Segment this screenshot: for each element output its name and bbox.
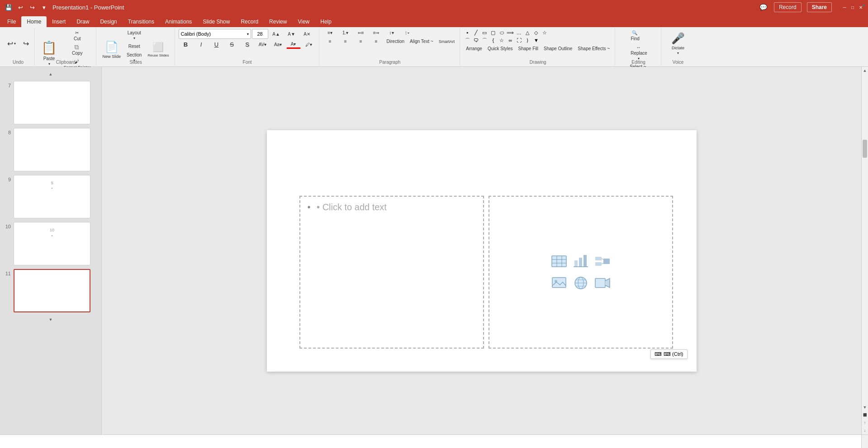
italic-button[interactable]: I: [194, 40, 209, 49]
maximize-button[interactable]: □: [849, 4, 856, 11]
panel-scroll-up[interactable]: ▲: [47, 71, 54, 77]
char-spacing-button[interactable]: AV▾: [256, 41, 270, 48]
content-placeholder[interactable]: [489, 196, 673, 349]
notes-content[interactable]: Click to add notes: [0, 435, 861, 448]
tab-slideshow[interactable]: Slide Show: [197, 16, 235, 27]
tab-draw[interactable]: Draw: [71, 16, 95, 27]
insert-online-icon[interactable]: [571, 274, 590, 292]
shape-11[interactable]: ⌒: [464, 37, 471, 44]
ribbon-expand-button[interactable]: ▲: [861, 2, 866, 7]
slide-thumb-10[interactable]: 10 *: [14, 222, 90, 265]
reset-button[interactable]: Reset: [124, 42, 144, 50]
align-right-button[interactable]: ≡: [354, 38, 368, 45]
dictate-button[interactable]: 🎤 Dictate ▾: [669, 30, 688, 57]
insert-video-icon[interactable]: [593, 274, 612, 292]
undo-button[interactable]: ↩ ▾: [5, 38, 19, 50]
slide-item-8[interactable]: 8: [3, 127, 99, 172]
shape-15[interactable]: ☆: [498, 37, 505, 44]
align-text-button[interactable]: Align Text ~: [408, 38, 436, 45]
replace-button[interactable]: ↔ Replace ▾: [627, 43, 650, 62]
cut-button[interactable]: ✂ Cut: [61, 29, 93, 42]
minimize-button[interactable]: ─: [841, 4, 848, 11]
justify-button[interactable]: ≡: [369, 38, 384, 45]
shape-text[interactable]: ▪: [464, 29, 471, 36]
change-case-button[interactable]: Aa▾: [271, 41, 285, 48]
increase-indent-button[interactable]: ≡⇒: [369, 29, 384, 37]
tab-home[interactable]: Home: [21, 16, 47, 27]
scroll-page-up[interactable]: ⬛: [862, 411, 868, 418]
shape-10[interactable]: ☆: [541, 29, 548, 36]
shape-17[interactable]: ⛶: [515, 37, 522, 44]
text-direction-button[interactable]: Direction: [384, 38, 407, 45]
slide-thumb-7[interactable]: [14, 81, 90, 124]
scroll-down-arrow[interactable]: ▼: [862, 404, 868, 410]
arrange-button[interactable]: Arrange: [464, 45, 484, 52]
scroll-thumb[interactable]: [863, 140, 867, 158]
shape-8[interactable]: △: [524, 29, 531, 36]
highlight-button[interactable]: 🖊▾: [302, 41, 316, 48]
tab-file[interactable]: File: [2, 16, 21, 27]
underline-button[interactable]: U: [209, 40, 224, 49]
strikethrough-button[interactable]: S: [225, 40, 239, 49]
slide-thumb-11[interactable]: [14, 269, 90, 312]
shape-outline-button[interactable]: Shape Outline: [541, 45, 574, 52]
columns-button[interactable]: ⫶▾: [400, 29, 414, 37]
shape-oval[interactable]: ⬭: [498, 29, 505, 36]
font-size-box[interactable]: 28: [252, 29, 268, 39]
insert-smartart-icon[interactable]: [593, 252, 612, 271]
tab-view[interactable]: View: [292, 16, 315, 27]
shape-16[interactable]: ∞: [507, 37, 514, 44]
scroll-next-slide[interactable]: ↓: [862, 427, 868, 434]
bullets-button[interactable]: ≡▾: [323, 29, 337, 37]
tab-review[interactable]: Review: [264, 16, 292, 27]
scroll-prev-slide[interactable]: ↑: [862, 419, 868, 426]
save-button[interactable]: 💾: [4, 2, 14, 12]
customize-quick-access[interactable]: ▾: [39, 2, 49, 12]
slide-item-11[interactable]: 11: [3, 268, 99, 313]
bold-button[interactable]: B: [179, 40, 193, 49]
undo-button-title[interactable]: ↩: [15, 2, 25, 12]
slide-thumb-9[interactable]: 9 *: [14, 175, 90, 218]
share-button[interactable]: Share: [807, 2, 832, 12]
panel-scroll-down[interactable]: ▼: [47, 316, 54, 323]
scroll-track[interactable]: [862, 74, 868, 403]
shape-9[interactable]: ◇: [532, 29, 540, 36]
tab-record[interactable]: Record: [235, 16, 264, 27]
decrease-indent-button[interactable]: ⇐≡: [354, 29, 368, 37]
shape-fill-button[interactable]: Shape Fill: [516, 45, 541, 52]
shadow-button[interactable]: S: [240, 40, 255, 49]
find-button[interactable]: 🔍 Find: [627, 29, 642, 42]
slide-item-9[interactable]: 9 9 *: [3, 174, 99, 219]
clear-format-button[interactable]: A✕: [300, 30, 314, 38]
shape-14[interactable]: {: [489, 37, 497, 44]
slide-item-7[interactable]: 7: [3, 80, 99, 125]
quick-styles-button[interactable]: Quick Styles: [485, 45, 515, 52]
align-center-button[interactable]: ≡: [338, 38, 353, 45]
copy-button[interactable]: ⿻ Copy: [61, 43, 93, 57]
line-spacing-button[interactable]: ↕▾: [384, 29, 399, 37]
new-slide-button[interactable]: 📄 New Slide: [100, 37, 124, 63]
tab-transitions[interactable]: Transitions: [123, 16, 160, 27]
numbering-button[interactable]: 1.▾: [338, 29, 353, 37]
increase-font-button[interactable]: A▲: [269, 30, 284, 38]
comments-button[interactable]: 💬: [759, 2, 768, 12]
slide-canvas[interactable]: • • Click to add text: [267, 130, 697, 372]
slide-thumb-8[interactable]: [14, 128, 90, 171]
shape-12[interactable]: 🗨: [472, 37, 479, 44]
shape-18[interactable]: ⟩: [524, 37, 531, 44]
align-left-button[interactable]: ≡: [323, 38, 337, 45]
insert-chart-icon[interactable]: [571, 252, 590, 271]
record-button[interactable]: Record: [774, 2, 802, 12]
paste-tooltip[interactable]: ⌨ ⌨ (Ctrl): [650, 349, 688, 359]
slide-item-10[interactable]: 10 10 *: [3, 221, 99, 266]
insert-picture-icon[interactable]: [550, 274, 569, 292]
reuse-slides-button[interactable]: ⬜ Reuse Slides: [145, 40, 171, 59]
shape-rect[interactable]: ▭: [481, 29, 488, 36]
shape-right-arrow[interactable]: ⟹: [507, 29, 514, 36]
tab-help[interactable]: Help: [315, 16, 337, 27]
redo-button[interactable]: ↪: [20, 38, 32, 50]
shape-rounded-rect[interactable]: ▢: [489, 29, 497, 36]
shape-line[interactable]: ╱: [472, 29, 479, 36]
decrease-font-button[interactable]: A▼: [285, 30, 299, 38]
tab-design[interactable]: Design: [95, 16, 122, 27]
